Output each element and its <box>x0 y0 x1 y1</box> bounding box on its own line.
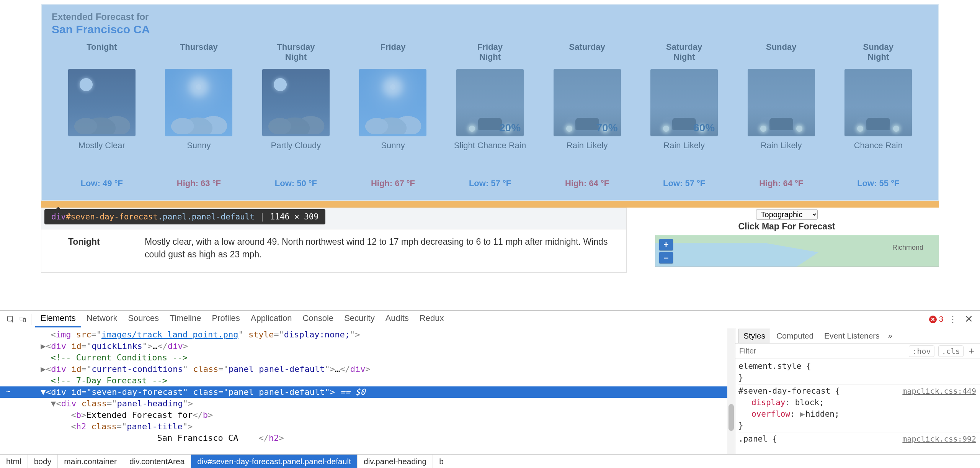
forecast-day-col[interactable]: SaturdayNight60%Rain LikelyLow: 57 °F <box>635 41 733 191</box>
sidebar-tab-computed[interactable]: Computed <box>772 329 818 343</box>
day-label: Friday <box>348 41 439 64</box>
cls-toggle[interactable]: .cls <box>938 345 964 357</box>
breadcrumb[interactable]: div.contentArea <box>123 455 191 468</box>
map-title: Click Map For Forecast <box>634 221 939 232</box>
styles-filter-input[interactable] <box>739 347 905 355</box>
dom-line[interactable]: ▶<div id="quickLinks">…</div> <box>0 340 735 352</box>
forecast-day-col[interactable]: FridaySunnyHigh: 67 °F <box>345 41 442 191</box>
dom-line[interactable]: <!-- Current Conditions --> <box>0 352 735 363</box>
map-side: Topographic Click Map For Forecast + – R… <box>627 208 939 273</box>
breadcrumb[interactable]: div#seven-day-forecast.panel.panel-defau… <box>191 455 358 468</box>
forecast-map[interactable]: + – Richmond <box>655 235 939 267</box>
day-label: SaturdayNight <box>639 41 730 64</box>
condition-text: Sunny <box>348 139 439 165</box>
breadcrumb[interactable]: body <box>28 455 58 468</box>
zoom-out-button[interactable]: – <box>659 252 673 263</box>
detailed-forecast-body: Tonight Mostly clear, with a low around … <box>41 229 626 272</box>
devtools-tab-security[interactable]: Security <box>339 311 380 327</box>
devtools-toolbar: ElementsNetworkSourcesTimelineProfilesAp… <box>0 311 980 328</box>
condition-text: Chance Rain <box>833 139 924 165</box>
devtools-close-icon[interactable]: ✕ <box>962 313 975 325</box>
dom-line[interactable]: San Francisco CA </h2> <box>0 432 735 444</box>
condition-text: Rain Likely <box>542 139 633 165</box>
forecast-day-strip: TonightMostly ClearLow: 49 °FThursdaySun… <box>42 41 938 200</box>
styles-rules[interactable]: element.style { } mapclick.css:449#seven… <box>735 359 980 454</box>
inspect-element-icon[interactable] <box>5 314 17 325</box>
day-label: Thursday <box>154 41 245 64</box>
temp-low: Low: 57 °F <box>639 178 730 191</box>
detailed-forecast-tabs: div#seven-day-forecast.panel.panel-defau… <box>41 208 626 229</box>
styles-filter-bar: :hov .cls + <box>735 344 980 359</box>
fog-icon <box>844 69 912 136</box>
sidebar-tabs: StylesComputedEvent Listeners» <box>735 328 980 344</box>
fog-icon: 70% <box>554 69 621 136</box>
more-tabs-icon[interactable]: » <box>888 331 892 340</box>
breadcrumb[interactable]: b <box>433 455 450 468</box>
forecast-day-col[interactable]: ThursdayNightPartly CloudyLow: 50 °F <box>247 41 345 191</box>
devtools-tab-network[interactable]: Network <box>81 311 123 327</box>
devtools-tab-console[interactable]: Console <box>297 311 339 327</box>
accent-divider <box>41 201 939 208</box>
style-source-link[interactable]: mapclick.css:449 <box>902 385 980 397</box>
zoom-in-button[interactable]: + <box>659 239 673 250</box>
dom-line[interactable]: ▶<div id="current-conditions" class="pan… <box>0 363 735 375</box>
breadcrumb[interactable]: div.panel-heading <box>358 455 433 468</box>
sidebar-tab-event-listeners[interactable]: Event Listeners <box>820 329 884 343</box>
day-label: Saturday <box>542 41 633 64</box>
condition-text: Mostly Clear <box>56 139 147 165</box>
scrollbar-thumb[interactable] <box>728 404 734 431</box>
collapse-arrow-icon[interactable]: ▼ <box>41 386 46 398</box>
expand-arrow-icon[interactable]: ▶ <box>41 340 46 352</box>
breadcrumb[interactable]: main.container <box>58 455 123 468</box>
fog-icon <box>748 69 815 136</box>
map-layer-select[interactable]: Topographic <box>756 209 818 220</box>
devtools-tab-sources[interactable]: Sources <box>122 311 164 327</box>
dom-line[interactable]: <!-- 7-Day Forecast --> <box>0 375 735 386</box>
devtools-tab-redux[interactable]: Redux <box>414 311 449 327</box>
expand-arrow-icon[interactable]: ▶ <box>41 363 46 375</box>
devtools-tab-application[interactable]: Application <box>245 311 297 327</box>
forecast-day-col[interactable]: TonightMostly ClearLow: 49 °F <box>53 41 150 191</box>
day-label: FridayNight <box>444 41 536 64</box>
dom-tree[interactable]: <img src="images/track_land_point.png" s… <box>0 328 735 454</box>
detail-text: Mostly clear, with a low around 49. Nort… <box>145 236 615 261</box>
forecast-day-col[interactable]: Saturday70%Rain LikelyHigh: 64 °F <box>539 41 636 191</box>
breadcrumb[interactable]: html <box>0 455 28 468</box>
devtools-tab-timeline[interactable]: Timeline <box>164 311 206 327</box>
devtools-menu-icon[interactable]: ⋮ <box>946 314 960 324</box>
temp-high: High: 67 °F <box>348 178 439 191</box>
forecast-day-col[interactable]: SundayRain LikelyHigh: 64 °F <box>733 41 830 191</box>
temp-high: High: 63 °F <box>154 178 245 191</box>
sidebar-tab-styles[interactable]: Styles <box>738 329 770 343</box>
devtools-tab-profiles[interactable]: Profiles <box>206 311 245 327</box>
temp-high: High: 64 °F <box>542 178 633 191</box>
dom-line[interactable]: <h2 class="panel-title"> <box>0 421 735 432</box>
dom-line[interactable]: ▼<div class="panel-heading"> <box>0 398 735 409</box>
condition-text: Slight Chance Rain <box>444 139 536 165</box>
dom-scrollbar[interactable] <box>727 328 735 454</box>
collapse-arrow-icon[interactable]: ▼ <box>51 398 56 409</box>
devtools-panel: ElementsNetworkSourcesTimelineProfilesAp… <box>0 310 980 468</box>
detailed-forecast-panel: div#seven-day-forecast.panel.panel-defau… <box>41 208 627 273</box>
error-count[interactable]: ✕ 3 <box>929 315 943 324</box>
style-source-link[interactable]: mapclick.css:992 <box>902 433 980 445</box>
styles-sidebar: StylesComputedEvent Listeners» :hov .cls… <box>735 328 980 454</box>
hov-toggle[interactable]: :hov <box>909 345 934 357</box>
forecast-day-col[interactable]: ThursdaySunnyHigh: 63 °F <box>150 41 248 191</box>
dom-line[interactable]: <img src="images/track_land_point.png" s… <box>0 329 735 340</box>
device-toolbar-icon[interactable] <box>19 314 31 325</box>
forecast-day-col[interactable]: SundayNightChance RainLow: 55 °F <box>830 41 927 191</box>
page-content: Extended Forecast for San Francisco CA T… <box>0 0 980 310</box>
new-rule-icon[interactable]: + <box>967 345 976 357</box>
condition-text: Rain Likely <box>639 139 730 165</box>
devtools-tabs: ElementsNetworkSourcesTimelineProfilesAp… <box>35 311 449 327</box>
dom-line-selected[interactable]: ⋯ ▼<div id="seven-day-forecast" class="p… <box>0 386 735 398</box>
forecast-day-col[interactable]: FridayNight20%Slight Chance RainLow: 57 … <box>441 41 539 191</box>
inspect-element-tooltip: div#seven-day-forecast.panel.panel-defau… <box>44 209 325 224</box>
devtools-tab-audits[interactable]: Audits <box>380 311 414 327</box>
selected-gutter-icon: ⋯ <box>0 386 17 397</box>
devtools-tab-elements[interactable]: Elements <box>35 311 81 327</box>
dom-line[interactable]: <b>Extended Forecast for</b> <box>0 409 735 421</box>
dom-breadcrumbs: htmlbodymain.containerdiv.contentAreadiv… <box>0 454 980 468</box>
fog-icon: 60% <box>650 69 718 136</box>
